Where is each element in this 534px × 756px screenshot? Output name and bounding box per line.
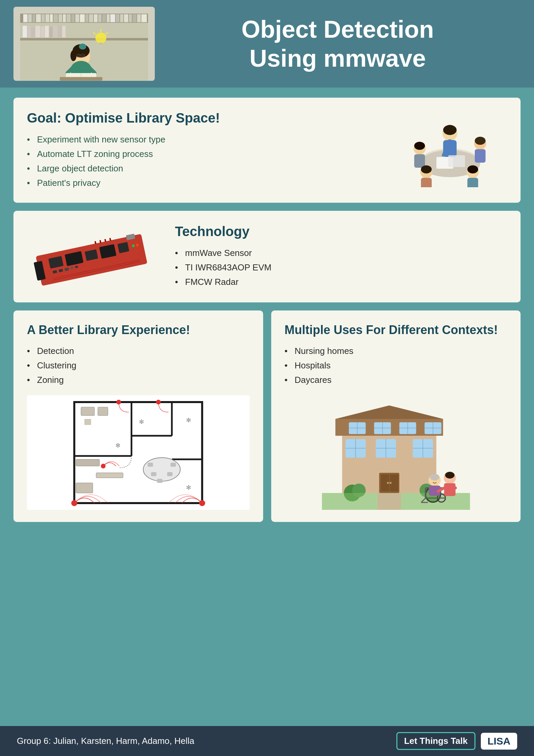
- svg-rect-7: [45, 14, 49, 22]
- main-content: Goal: Optimise Library Space! Experiment…: [0, 88, 534, 726]
- tech-item-3: FMCW Radar: [175, 275, 272, 289]
- svg-rect-21: [107, 14, 110, 22]
- library-item-1: Detection: [27, 344, 250, 358]
- svg-rect-25: [124, 14, 129, 22]
- title-line1: Object Detection: [241, 16, 434, 43]
- tech-text: Technology mmWave Sensor TI IWR6843AOP E…: [175, 224, 272, 289]
- library-list: Detection Clustering Zoning: [27, 344, 250, 387]
- svg-rect-24: [120, 14, 123, 22]
- svg-text:✻: ✻: [139, 419, 144, 425]
- svg-rect-26: [129, 14, 132, 22]
- title-line2: Using mmwave: [249, 45, 426, 72]
- svg-rect-121: [96, 473, 123, 478]
- svg-point-70: [475, 137, 486, 145]
- svg-rect-5: [36, 14, 41, 22]
- svg-rect-34: [35, 26, 40, 37]
- svg-rect-22: [110, 14, 115, 22]
- svg-rect-111: [148, 463, 153, 467]
- svg-rect-23: [116, 14, 119, 22]
- svg-rect-11: [63, 14, 66, 22]
- svg-rect-14: [75, 14, 79, 22]
- svg-rect-71: [475, 149, 486, 163]
- goal-card: Goal: Optimise Library Space! Experiment…: [13, 98, 521, 203]
- svg-point-158: [387, 482, 389, 484]
- library-reading-icon: [20, 13, 148, 81]
- svg-rect-114: [167, 472, 173, 476]
- svg-point-73: [421, 165, 432, 173]
- svg-rect-56: [99, 42, 102, 44]
- goal-item-4: Patient's privacy: [27, 176, 220, 190]
- svg-rect-9: [54, 14, 58, 22]
- tech-item-2: TI IWR6843AOP EVM: [175, 260, 272, 275]
- svg-rect-6: [41, 14, 45, 22]
- uses-card: Multiple Uses For Different Contexts! Nu…: [271, 310, 521, 522]
- svg-rect-10: [59, 14, 62, 22]
- goal-list: Experiment with new sensor type Automate…: [27, 132, 220, 190]
- svg-text:✻: ✻: [115, 442, 120, 449]
- uses-item-3: Daycares: [285, 373, 507, 387]
- svg-rect-115: [157, 479, 163, 483]
- svg-rect-13: [71, 14, 75, 22]
- svg-rect-117: [98, 407, 108, 416]
- svg-rect-96: [100, 240, 102, 243]
- svg-rect-16: [85, 14, 88, 22]
- uses-card-title: Multiple Uses For Different Contexts!: [285, 323, 507, 337]
- svg-point-159: [389, 482, 391, 484]
- svg-rect-17: [89, 14, 93, 22]
- svg-rect-20: [102, 14, 106, 22]
- goal-item-2: Automate LTT zoning process: [27, 147, 220, 161]
- svg-text:✻: ✻: [186, 417, 191, 424]
- uses-item-1: Nursing homes: [285, 344, 507, 358]
- meeting-illustration: [393, 110, 507, 191]
- svg-rect-37: [49, 27, 52, 37]
- svg-rect-74: [421, 178, 432, 187]
- tech-card: Technology mmWave Sensor TI IWR6843AOP E…: [13, 211, 521, 302]
- svg-rect-40: [62, 26, 66, 37]
- svg-rect-8: [50, 14, 53, 22]
- svg-rect-31: [23, 26, 27, 37]
- svg-rect-29: [141, 14, 147, 22]
- nursing-home-illustration: [285, 395, 507, 510]
- svg-rect-2: [23, 14, 28, 22]
- svg-rect-12: [67, 14, 71, 22]
- svg-rect-27: [133, 14, 137, 22]
- tech-title: Technology: [175, 224, 272, 239]
- library-item-3: Zoning: [27, 373, 250, 387]
- svg-rect-39: [58, 26, 62, 37]
- svg-rect-165: [377, 493, 401, 510]
- svg-rect-120: [76, 483, 93, 493]
- svg-rect-113: [151, 472, 156, 476]
- uses-list: Nursing homes Hospitals Daycares: [285, 344, 507, 387]
- svg-rect-119: [76, 459, 100, 466]
- svg-rect-33: [31, 27, 35, 37]
- goal-item-1: Experiment with new sensor type: [27, 132, 220, 147]
- floorplan-svg-icon: ✻ ✻ ✻ ✻: [27, 395, 250, 510]
- meeting-svg-icon: [399, 113, 500, 187]
- goal-item-3: Large object detection: [27, 161, 220, 176]
- svg-rect-60: [60, 77, 103, 81]
- svg-point-43: [70, 50, 76, 61]
- svg-rect-68: [414, 154, 425, 168]
- svg-point-44: [79, 43, 86, 50]
- tech-list: mmWave Sensor TI IWR6843AOP EVM FMCW Rad…: [175, 246, 272, 289]
- library-card-title: A Better Library Experience!: [27, 323, 250, 337]
- header: Object Detection Using mmwave: [0, 0, 534, 88]
- uses-item-2: Hospitals: [285, 358, 507, 373]
- svg-rect-95: [95, 241, 97, 244]
- footer: Group 6: Julian, Karsten, Harm, Adamo, H…: [0, 726, 534, 756]
- tech-item-1: mmWave Sensor: [175, 246, 272, 260]
- bottom-row: A Better Library Experience! Detection C…: [13, 310, 521, 522]
- svg-rect-35: [41, 26, 44, 37]
- svg-rect-112: [171, 463, 176, 467]
- svg-rect-30: [20, 38, 148, 40]
- radar-board-illustration: [27, 223, 155, 290]
- mmwave-board-icon: [30, 226, 151, 287]
- svg-point-175: [430, 474, 439, 481]
- library-card: A Better Library Experience! Detection C…: [13, 310, 263, 522]
- svg-rect-19: [98, 14, 102, 22]
- svg-rect-18: [94, 14, 98, 22]
- goal-text: Goal: Optimise Library Space! Experiment…: [27, 110, 220, 190]
- svg-point-64: [443, 125, 457, 135]
- svg-rect-3: [28, 14, 32, 22]
- goal-title: Goal: Optimise Library Space!: [27, 110, 220, 126]
